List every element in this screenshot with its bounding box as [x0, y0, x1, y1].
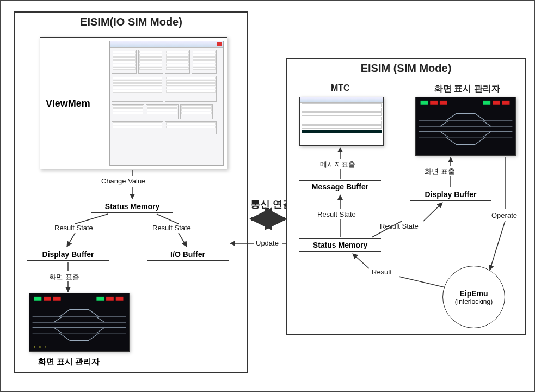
svg-rect-6: [44, 297, 51, 301]
viewmem-box: ViewMem: [40, 37, 227, 169]
diagram-root: EISIM(IO SIM Mode) ViewMem: [0, 0, 535, 392]
svg-rect-8: [96, 297, 104, 301]
eipemu-sub: (Interlocking): [455, 298, 493, 305]
node-display-buffer-left: Display Buffer: [27, 248, 109, 261]
label-operate: Operate: [491, 211, 517, 219]
track-screenshot-right: [415, 97, 516, 156]
panel-title-left: EISIM(IO SIM Mode): [15, 16, 247, 28]
viewmem-screenshot: [109, 41, 224, 166]
label-mtc: MTC: [331, 83, 350, 93]
svg-rect-7: [53, 297, 61, 301]
label-result-state-right-2: Result State: [380, 222, 419, 230]
node-status-memory-right: Status Memory: [299, 238, 381, 252]
viewmem-label: ViewMem: [46, 97, 90, 109]
track-screenshot-left: ABC: [29, 293, 130, 352]
node-eipemu: EipEmu (Interlocking): [442, 266, 505, 328]
node-status-memory-left: Status Memory: [91, 200, 173, 213]
panel-title-right: EISIM (SIM Mode): [287, 62, 525, 75]
svg-rect-27: [430, 101, 438, 105]
svg-rect-9: [106, 297, 114, 301]
svg-rect-26: [421, 101, 428, 105]
label-update: Update: [256, 239, 279, 247]
mtc-screenshot: [299, 97, 384, 146]
svg-rect-31: [502, 101, 510, 105]
label-result-state-left-2: Result State: [152, 224, 191, 232]
caption-track-left: 화면 표시 관리자: [38, 357, 100, 367]
node-display-buffer-right: Display Buffer: [410, 188, 491, 201]
svg-text:A: A: [34, 346, 36, 348]
label-change-value: Change Value: [101, 177, 145, 185]
label-screen-output-left: 화면 표출: [49, 272, 79, 282]
arrow-comm-link: [248, 212, 288, 226]
svg-rect-29: [483, 101, 490, 105]
svg-rect-28: [440, 101, 447, 105]
label-result-state-right-1: Result State: [317, 210, 356, 218]
node-io-buffer: I/O Buffer: [147, 248, 229, 261]
label-result-state-left-1: Result State: [54, 224, 93, 232]
label-display-manager: 화면 표시 관리자: [434, 83, 500, 95]
panel-sim-mode: EISIM (SIM Mode) MTC 화면 표시 관리자: [286, 58, 526, 335]
svg-text:B: B: [39, 346, 41, 348]
svg-rect-30: [493, 101, 500, 105]
panel-io-sim-mode: EISIM(IO SIM Mode) ViewMem: [14, 11, 248, 373]
label-result: Result: [372, 268, 392, 276]
svg-rect-5: [34, 297, 42, 301]
label-msg-out: 메시지표출: [320, 160, 355, 169]
svg-rect-10: [116, 297, 124, 301]
node-message-buffer: Message Buffer: [299, 180, 381, 193]
svg-text:C: C: [45, 346, 46, 348]
label-screen-output-right: 화면 표출: [425, 167, 455, 176]
eipemu-name: EipEmu: [459, 289, 488, 298]
